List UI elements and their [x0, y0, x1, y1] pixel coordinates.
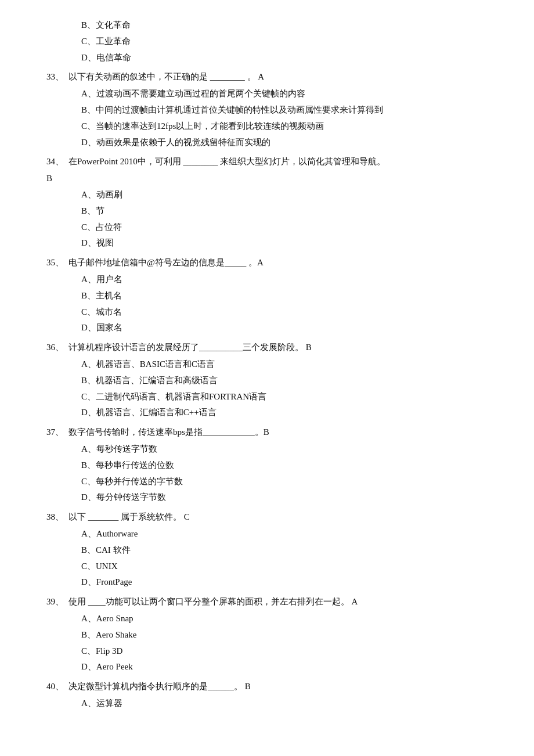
option-item: C、二进制代码语言、机器语言和FORTRAN语言	[81, 389, 499, 405]
option-item: D、FrontPage	[81, 574, 499, 591]
option-item: A、每秒传送字节数	[81, 441, 499, 458]
question-block: 34、 在PowerPoint 2010中，可利用 ________ 来组织大型…	[46, 154, 499, 251]
options-list: A、AuthorwareB、CAI 软件C、UNIXD、FrontPage	[81, 526, 499, 591]
question-number: 40、	[46, 679, 68, 694]
options-list: A、机器语言、BASIC语言和C语言B、机器语言、汇编语言和高级语言C、二进制代…	[81, 357, 499, 421]
option-item: C、工业革命	[81, 34, 499, 50]
option-item: C、Flip 3D	[81, 643, 499, 660]
option-item: A、机器语言、BASIC语言和C语言	[81, 357, 499, 373]
option-item: A、用户名	[81, 272, 499, 288]
option-item: A、过渡动画不需要建立动画过程的首尾两个关键帧的内容	[81, 86, 499, 102]
question-text: 电子邮件地址信箱中@符号左边的信息是_____ 。A	[68, 255, 499, 271]
question-text: 计算机程序设计语言的发展经历了__________三个发展阶段。 B	[68, 340, 499, 355]
question-block: 35、 电子邮件地址信箱中@符号左边的信息是_____ 。AA、用户名B、主机名…	[46, 255, 499, 336]
question-line: 40、 决定微型计算机内指令执行顺序的是______。 B	[46, 679, 499, 694]
option-item: B、Aero Shake	[81, 627, 499, 643]
question-number: 39、	[46, 594, 68, 610]
option-item: A、运算器	[81, 696, 499, 712]
option-item: C、UNIX	[81, 559, 499, 575]
question-text: 在PowerPoint 2010中，可利用 ________ 来组织大型幻灯片，…	[68, 154, 499, 170]
option-item: A、动画刷	[81, 187, 499, 203]
option-item: B、中间的过渡帧由计算机通过首位关键帧的特性以及动画属性要求来计算得到	[81, 102, 499, 118]
question-text: 决定微型计算机内指令执行顺序的是______。 B	[68, 679, 499, 694]
question-line: 37、 数字信号传输时，传送速率bps是指____________。B	[46, 424, 499, 440]
question-number: 33、	[46, 69, 68, 85]
option-item: D、每分钟传送字节数	[81, 489, 499, 506]
option-item: C、占位符	[81, 219, 499, 236]
question-block: 40、 决定微型计算机内指令执行顺序的是______。 BA、运算器	[46, 679, 499, 712]
options-list: A、过渡动画不需要建立动画过程的首尾两个关键帧的内容B、中间的过渡帧由计算机通过…	[81, 86, 499, 150]
question-block: 38、 以下 _______ 属于系统软件。 CA、AuthorwareB、CA…	[46, 509, 499, 591]
option-item: B、文化革命	[81, 17, 499, 34]
answer-line: B	[46, 171, 499, 187]
option-item: C、当帧的速率达到12fps以上时，才能看到比较连续的视频动画	[81, 118, 499, 135]
question-number: 36、	[46, 340, 68, 355]
option-item: B、CAI 软件	[81, 542, 499, 559]
options-list: A、每秒传送字节数B、每秒串行传送的位数C、每秒并行传送的字节数D、每分钟传送字…	[81, 441, 499, 506]
question-number: 35、	[46, 255, 68, 271]
option-item: B、节	[81, 203, 499, 219]
option-item: C、每秒并行传送的字节数	[81, 474, 499, 490]
question-number: 34、	[46, 154, 68, 170]
option-item: D、国家名	[81, 320, 499, 336]
option-item: A、Aero Snap	[81, 611, 499, 627]
options-list: A、动画刷B、节C、占位符D、视图	[81, 187, 499, 251]
question-line: 34、 在PowerPoint 2010中，可利用 ________ 来组织大型…	[46, 154, 499, 170]
question-text: 以下有关动画的叙述中，不正确的是 ________ 。 A	[68, 69, 499, 85]
question-text: 数字信号传输时，传送速率bps是指____________。B	[68, 424, 499, 440]
options-block: B、文化革命C、工业革命D、电信革命	[46, 17, 499, 66]
question-block: 37、 数字信号传输时，传送速率bps是指____________。BA、每秒传…	[46, 424, 499, 506]
option-item: D、电信革命	[81, 50, 499, 66]
question-line: 38、 以下 _______ 属于系统软件。 C	[46, 509, 499, 525]
main-content: B、文化革命C、工业革命D、电信革命33、 以下有关动画的叙述中，不正确的是 _…	[46, 17, 499, 712]
option-item: C、城市名	[81, 304, 499, 321]
question-block: 36、 计算机程序设计语言的发展经历了__________三个发展阶段。 BA、…	[46, 340, 499, 421]
option-item: D、动画效果是依赖于人的视觉残留特征而实现的	[81, 135, 499, 151]
option-item: D、机器语言、汇编语言和C++语言	[81, 405, 499, 421]
option-item: B、主机名	[81, 288, 499, 304]
options-list: A、Aero SnapB、Aero ShakeC、Flip 3DD、Aero P…	[81, 611, 499, 675]
question-number: 37、	[46, 424, 68, 440]
question-block: 33、 以下有关动画的叙述中，不正确的是 ________ 。 AA、过渡动画不…	[46, 69, 499, 150]
question-line: 36、 计算机程序设计语言的发展经历了__________三个发展阶段。 B	[46, 340, 499, 355]
options-list: A、用户名B、主机名C、城市名D、国家名	[81, 272, 499, 336]
question-line: 39、 使用 ____功能可以让两个窗口平分整个屏幕的面积，并左右排列在一起。 …	[46, 594, 499, 610]
question-number: 38、	[46, 509, 68, 525]
question-line: 33、 以下有关动画的叙述中，不正确的是 ________ 。 A	[46, 69, 499, 85]
option-item: D、视图	[81, 235, 499, 251]
options-list: A、运算器	[81, 696, 499, 712]
question-text: 以下 _______ 属于系统软件。 C	[68, 509, 499, 525]
question-text: 使用 ____功能可以让两个窗口平分整个屏幕的面积，并左右排列在一起。 A	[68, 594, 499, 610]
question-block: 39、 使用 ____功能可以让两个窗口平分整个屏幕的面积，并左右排列在一起。 …	[46, 594, 499, 675]
option-item: B、机器语言、汇编语言和高级语言	[81, 373, 499, 389]
option-item: A、Authorware	[81, 526, 499, 542]
option-item: B、每秒串行传送的位数	[81, 458, 499, 474]
option-item: D、Aero Peek	[81, 659, 499, 675]
question-line: 35、 电子邮件地址信箱中@符号左边的信息是_____ 。A	[46, 255, 499, 271]
